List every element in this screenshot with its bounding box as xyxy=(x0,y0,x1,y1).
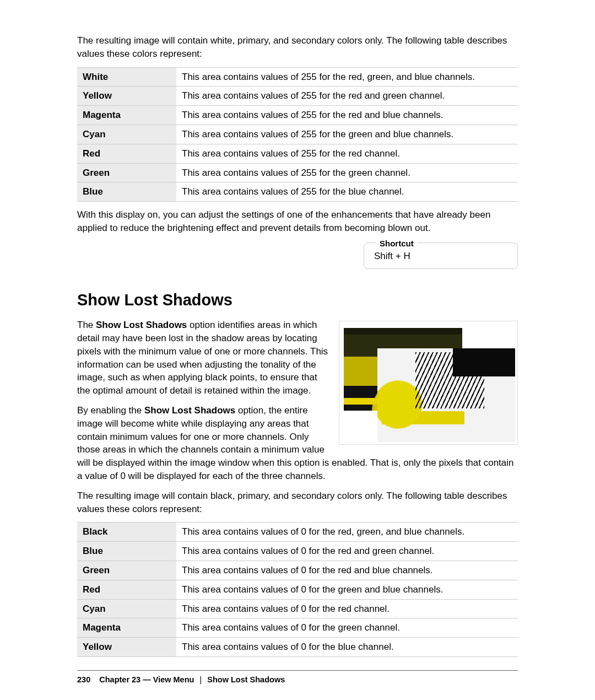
after-table-paragraph: With this display on, you can adjust the… xyxy=(77,208,518,235)
footer-section: Show Lost Shadows xyxy=(207,675,285,684)
color-description: This area contains values of 255 for the… xyxy=(176,67,518,87)
table-row: RedThis area contains values of 255 for … xyxy=(77,144,518,163)
color-label: Green xyxy=(77,561,176,580)
shortcut-legend: Shortcut xyxy=(376,238,417,249)
color-description: This area contains values of 255 for the… xyxy=(176,182,518,202)
table-row: RedThis area contains values of 0 for th… xyxy=(77,580,518,599)
example-image xyxy=(339,321,518,445)
table-row: YellowThis area contains values of 0 for… xyxy=(77,638,518,657)
table-row: CyanThis area contains values of 0 for t… xyxy=(77,599,518,618)
shortcut-value: Shift + H xyxy=(374,251,410,261)
table-row: BlueThis area contains values of 0 for t… xyxy=(77,542,518,561)
color-label: Cyan xyxy=(77,599,176,618)
color-label: Black xyxy=(77,523,176,542)
color-label: Cyan xyxy=(77,125,176,144)
color-description: This area contains values of 255 for the… xyxy=(176,87,518,106)
color-label: Blue xyxy=(77,542,176,561)
color-label: Blue xyxy=(77,182,176,202)
color-label: Red xyxy=(77,580,176,599)
section-heading: Show Lost Shadows xyxy=(77,289,518,311)
table-row: BlackThis area contains values of 0 for … xyxy=(77,523,518,542)
footer-separator: | xyxy=(199,675,202,684)
text: option identifies areas in which detail … xyxy=(77,320,328,396)
color-description: This area contains values of 255 for the… xyxy=(176,125,518,144)
color-label: Green xyxy=(77,163,176,182)
footer-chapter: Chapter 23 — View Menu xyxy=(99,675,194,684)
color-description: This area contains values of 0 for the r… xyxy=(176,542,518,561)
page-footer: 230 Chapter 23 — View Menu | Show Lost S… xyxy=(77,670,518,685)
table-row: YellowThis area contains values of 255 f… xyxy=(77,87,518,106)
color-label: Red xyxy=(77,144,176,163)
color-description: This area contains values of 0 for the g… xyxy=(176,580,518,599)
shadows-color-table: BlackThis area contains values of 0 for … xyxy=(77,522,518,657)
color-description: This area contains values of 0 for the r… xyxy=(176,599,518,618)
bold-term: Show Lost Shadows xyxy=(144,405,235,416)
color-description: This area contains values of 255 for the… xyxy=(176,106,518,125)
color-description: This area contains values of 255 for the… xyxy=(176,163,518,182)
table-row: BlueThis area contains values of 255 for… xyxy=(77,182,518,202)
page-number: 230 xyxy=(77,675,90,684)
color-label: Magenta xyxy=(77,618,176,638)
table-row: MagentaThis area contains values of 0 fo… xyxy=(77,618,518,638)
bold-term: Show Lost Shadows xyxy=(96,320,187,330)
color-label: Yellow xyxy=(77,87,176,106)
intro-paragraph-2: The resulting image will contain black, … xyxy=(77,489,518,516)
intro-paragraph-1: The resulting image will contain white, … xyxy=(77,34,518,61)
color-description: This area contains values of 0 for the r… xyxy=(176,523,518,542)
color-description: This area contains values of 0 for the b… xyxy=(176,638,518,657)
table-row: CyanThis area contains values of 255 for… xyxy=(77,125,518,144)
color-label: White xyxy=(77,67,176,87)
color-label: Yellow xyxy=(77,638,176,657)
table-row: MagentaThis area contains values of 255 … xyxy=(77,106,518,125)
color-description: This area contains values of 255 for the… xyxy=(176,144,518,163)
highlights-color-table: WhiteThis area contains values of 255 fo… xyxy=(77,67,518,202)
table-row: WhiteThis area contains values of 255 fo… xyxy=(77,67,518,87)
shortcut-box: Shortcut Shift + H xyxy=(364,243,518,269)
color-description: This area contains values of 0 for the r… xyxy=(176,561,518,580)
table-row: GreenThis area contains values of 255 fo… xyxy=(77,163,518,182)
color-description: This area contains values of 0 for the g… xyxy=(176,618,518,638)
text: The xyxy=(77,320,96,330)
text: By enabling the xyxy=(77,405,144,416)
color-label: Magenta xyxy=(77,106,176,125)
table-row: GreenThis area contains values of 0 for … xyxy=(77,561,518,580)
